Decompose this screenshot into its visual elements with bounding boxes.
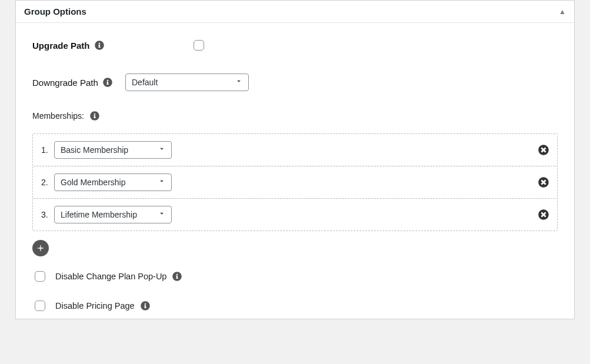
- disable-change-plan-row: Disable Change Plan Pop-Up: [32, 269, 558, 283]
- downgrade-path-label: Downgrade Path: [32, 78, 125, 88]
- membership-index: 2.: [41, 178, 54, 187]
- upgrade-path-row: Upgrade Path: [32, 38, 558, 52]
- disable-change-plan-label-text: Disable Change Plan Pop-Up: [55, 272, 166, 281]
- info-icon[interactable]: [90, 111, 99, 121]
- membership-row[interactable]: 1. Basic Membership: [32, 133, 558, 166]
- membership-select[interactable]: Gold Membership: [54, 173, 172, 191]
- info-icon[interactable]: [95, 41, 104, 50]
- disable-pricing-page-label: Disable Pricing Page: [55, 301, 150, 310]
- downgrade-path-select-wrap: Default: [125, 74, 249, 91]
- membership-select[interactable]: Basic Membership: [54, 141, 172, 159]
- downgrade-path-row: Downgrade Path Default: [32, 74, 558, 91]
- memberships-label: Memberships:: [32, 111, 558, 121]
- info-icon[interactable]: [141, 301, 150, 310]
- memberships-list: 1. Basic Membership 2. Gold Membershi: [32, 133, 558, 231]
- collapse-toggle[interactable]: ▲: [559, 8, 566, 16]
- add-membership-button[interactable]: [32, 240, 49, 256]
- disable-change-plan-checkbox[interactable]: [35, 271, 45, 282]
- memberships-label-text: Memberships:: [32, 111, 84, 121]
- disable-pricing-page-row: Disable Pricing Page: [32, 299, 558, 313]
- membership-index: 1.: [41, 145, 54, 155]
- upgrade-path-label-text: Upgrade Path: [32, 41, 90, 51]
- info-icon[interactable]: [172, 272, 182, 281]
- upgrade-path-label: Upgrade Path: [32, 41, 191, 51]
- metabox-header[interactable]: Group Options ▲: [16, 1, 574, 23]
- upgrade-path-checkbox[interactable]: [194, 40, 204, 51]
- downgrade-path-label-text: Downgrade Path: [32, 78, 98, 88]
- disable-pricing-page-checkbox[interactable]: [35, 300, 45, 311]
- membership-select[interactable]: Lifetime Membership: [54, 206, 172, 223]
- group-options-metabox: Group Options ▲ Upgrade Path Downgrade P…: [15, 0, 575, 319]
- disable-pricing-page-label-text: Disable Pricing Page: [55, 301, 135, 310]
- membership-index: 3.: [41, 210, 54, 219]
- remove-membership-button[interactable]: [538, 177, 549, 188]
- remove-membership-button[interactable]: [538, 209, 549, 220]
- membership-row[interactable]: 2. Gold Membership: [32, 166, 558, 199]
- disable-change-plan-label: Disable Change Plan Pop-Up: [55, 272, 182, 281]
- remove-membership-button[interactable]: [538, 145, 549, 155]
- info-icon[interactable]: [103, 78, 112, 87]
- downgrade-path-select[interactable]: Default: [125, 74, 249, 91]
- membership-row[interactable]: 3. Lifetime Membership: [32, 198, 558, 231]
- metabox-title: Group Options: [24, 6, 86, 16]
